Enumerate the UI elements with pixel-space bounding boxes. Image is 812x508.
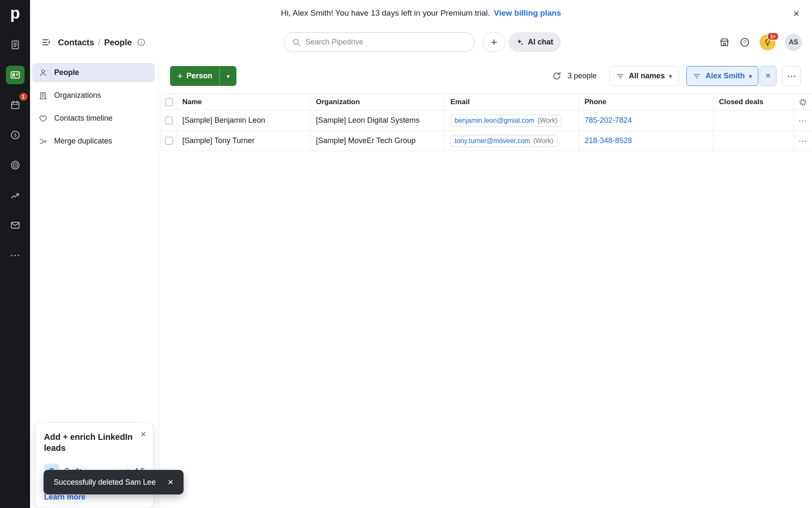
svg-text:$: $ (14, 133, 16, 138)
add-person-dropdown-button[interactable]: ▾ (219, 66, 236, 86)
name-filter-dropdown[interactable]: All names ▾ (609, 66, 679, 86)
row-more-icon[interactable]: ⋯ (798, 136, 807, 146)
add-person-label: Person (187, 72, 212, 80)
plus-icon: + (177, 71, 183, 82)
caret-down-icon: ▾ (669, 73, 672, 80)
sparkle-icon (516, 38, 524, 46)
person-name[interactable]: [Sample] Benjamin Leon (177, 110, 310, 130)
rail-item-insights[interactable] (6, 186, 25, 204)
app-rail: p 1 $ (0, 0, 30, 508)
add-person-button[interactable]: + Person (170, 66, 219, 86)
breadcrumb-page: People (104, 38, 132, 47)
ai-chat-button[interactable]: AI chat (508, 32, 561, 52)
name-filter-label: All names (629, 72, 665, 80)
table-settings-gear-icon[interactable] (798, 98, 807, 107)
rail-item-contacts[interactable] (6, 66, 25, 84)
add-person-split-button: + Person ▾ (170, 66, 236, 86)
select-all-checkbox[interactable] (165, 98, 173, 106)
email-type-label: (Work) (533, 137, 554, 145)
banner-close-button[interactable]: ✕ (791, 8, 802, 19)
rail-item-campaigns[interactable] (6, 156, 25, 174)
sidebar-collapse-icon[interactable] (41, 37, 51, 47)
linkedin-promo-card: Add + enrich LinkedIn leads ✕ S Surfe ★ … (35, 422, 154, 508)
top-header: Contacts / People + AI chat ? 1+ (30, 26, 812, 58)
people-table: Name Organization Email Phone Closed dea… (161, 94, 812, 151)
toast-close-button[interactable]: ✕ (167, 478, 173, 487)
breadcrumb-section[interactable]: Contacts (58, 38, 94, 47)
person-organization[interactable]: [Sample] MoveEr Tech Group (310, 131, 445, 151)
quick-add-button[interactable]: + (483, 32, 505, 52)
rail-item-activities[interactable]: 1 (6, 96, 25, 114)
more-icon: ⋯ (10, 249, 20, 261)
refresh-icon[interactable] (552, 71, 562, 81)
marketplace-icon[interactable] (719, 37, 730, 48)
global-search[interactable] (284, 32, 475, 52)
email-link[interactable]: benjamin.leon@gmial.com (455, 117, 535, 124)
breadcrumb: Contacts / People (58, 38, 146, 47)
column-header-phone[interactable]: Phone (579, 94, 713, 110)
closed-deals-value (713, 110, 794, 130)
toast-message: Successfully deleted Sam Lee (54, 478, 156, 487)
more-icon: ⋯ (787, 71, 797, 82)
insights-chart-icon (10, 190, 21, 201)
promo-close-button[interactable]: ✕ (140, 430, 146, 439)
phone-link[interactable]: 785-202-7824 (584, 116, 632, 125)
caret-down-icon: ▾ (227, 73, 230, 80)
column-header-organization[interactable]: Organization (310, 94, 445, 110)
sidebar-item-label: Organizations (54, 91, 101, 100)
person-icon (38, 68, 48, 77)
promo-title: Add + enrich LinkedIn leads (44, 431, 135, 453)
leads-notes-icon (10, 39, 21, 50)
email-chip: tony.turner@moveer.com (Work) (450, 135, 557, 147)
breadcrumb-separator: / (98, 38, 101, 47)
row-checkbox[interactable] (165, 137, 173, 145)
search-input[interactable] (305, 38, 467, 47)
rail-item-leads[interactable] (6, 36, 25, 54)
whats-new-bulb-icon[interactable]: 1+ (760, 34, 776, 50)
billing-plans-link[interactable]: View billing plans (494, 8, 561, 18)
person-organization[interactable]: [Sample] Leon Digital Systems (310, 110, 445, 130)
building-icon (38, 91, 48, 100)
email-link[interactable]: tony.turner@moveer.com (455, 137, 530, 145)
phone-link[interactable]: 218-348-8528 (584, 136, 632, 145)
person-name[interactable]: [Sample] Tony Turner (177, 131, 310, 151)
plus-icon: + (491, 36, 497, 49)
sidebar-item-label: Contacts timeline (54, 114, 112, 123)
column-header-email[interactable]: Email (445, 94, 579, 110)
mail-icon (10, 220, 21, 231)
owner-filter-dropdown[interactable]: Alex Smith ▾ (686, 66, 758, 86)
ai-chat-label: AI chat (528, 38, 553, 47)
activities-badge: 1 (19, 93, 27, 101)
sidebar-item-people[interactable]: People (32, 63, 155, 82)
list-more-options-button[interactable]: ⋯ (782, 66, 801, 86)
filter-lines-icon (693, 72, 701, 80)
filter-lines-icon (616, 72, 625, 80)
notification-badge: 1+ (767, 32, 779, 41)
rail-item-more[interactable]: ⋯ (6, 246, 25, 265)
caret-down-icon: ▾ (749, 73, 752, 80)
sidebar-item-organizations[interactable]: Organizations (32, 86, 155, 105)
row-checkbox[interactable] (165, 116, 173, 124)
sidebar-item-contacts-timeline[interactable]: Contacts timeline (32, 109, 155, 128)
column-header-closed-deals[interactable]: Closed deals (713, 94, 794, 110)
table-row: [Sample] Benjamin Leon [Sample] Leon Dig… (161, 110, 812, 131)
search-icon (292, 38, 301, 47)
sidebar-item-label: Merge duplicates (54, 137, 112, 146)
help-icon[interactable]: ? (739, 37, 750, 48)
deals-dollar-icon: $ (10, 130, 21, 141)
avatar[interactable]: AS (785, 34, 802, 51)
email-type-label: (Work) (538, 117, 558, 124)
target-icon (10, 160, 21, 171)
rail-item-mail[interactable] (6, 216, 25, 235)
trial-message: Hi, Alex Smith! You have 13 days left in… (281, 8, 490, 18)
column-header-name[interactable]: Name (177, 94, 310, 110)
sidebar-item-merge-duplicates[interactable]: Merge duplicates (32, 132, 155, 151)
rail-nav: 1 $ ⋯ (6, 36, 25, 265)
row-more-icon[interactable]: ⋯ (798, 116, 807, 126)
pipedrive-logo[interactable]: p (0, 0, 30, 26)
owner-filter-group: Alex Smith ▾ ✕ (686, 66, 776, 86)
clear-filter-button[interactable]: ✕ (760, 66, 776, 86)
rail-item-deals[interactable]: $ (6, 126, 25, 144)
info-icon[interactable] (137, 38, 146, 47)
people-count: 3 people (568, 72, 597, 80)
